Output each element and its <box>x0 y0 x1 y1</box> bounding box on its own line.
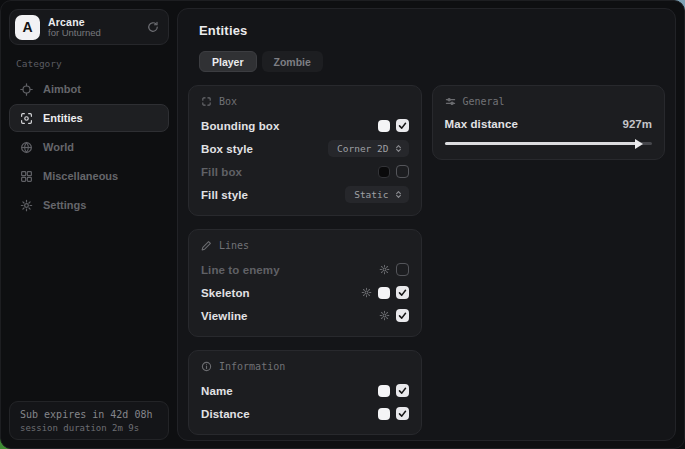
check-icon <box>398 311 407 320</box>
sidebar-item-label: Aimbot <box>43 83 81 95</box>
category-label: Category <box>16 58 169 69</box>
pencil-icon <box>201 240 212 251</box>
box-panel: Box Bounding box B <box>188 85 422 216</box>
sidebar-item-miscellaneous[interactable]: Miscellaneous <box>9 162 169 190</box>
setting-row-max-distance: Max distance 927m <box>445 115 653 133</box>
main-panel: Entities Player Zombie <box>177 8 676 441</box>
color-swatch[interactable] <box>378 408 390 420</box>
max-distance-slider-fill <box>445 142 637 145</box>
slider-handle[interactable] <box>635 139 643 149</box>
tab-bar: Player Zombie <box>199 51 665 72</box>
brand-text: Arcane for Unturned <box>48 16 139 39</box>
setting-row-distance: Distance <box>201 403 409 424</box>
max-distance-slider[interactable] <box>445 137 653 149</box>
brand-card: A Arcane for Unturned <box>9 9 169 45</box>
color-swatch[interactable] <box>378 385 390 397</box>
sidebar-item-label: Entities <box>43 112 83 124</box>
setting-row-line-to-enemy: Line to enemy <box>201 259 409 280</box>
sidebar-item-settings[interactable]: Settings <box>9 191 169 219</box>
max-distance-value: 927m <box>623 118 652 130</box>
unfold-icon <box>394 144 403 153</box>
check-icon <box>398 409 407 418</box>
checkbox-distance[interactable] <box>396 407 409 420</box>
setting-row-skeleton: Skeleton <box>201 282 409 303</box>
fill-style-dropdown[interactable]: Static <box>345 186 408 203</box>
sidebar-item-entities[interactable]: Entities <box>9 104 169 132</box>
sliders-icon <box>445 96 456 107</box>
setting-row-name: Name <box>201 380 409 401</box>
general-panel-title: General <box>463 96 505 107</box>
sidebar-item-label: Miscellaneous <box>43 170 118 182</box>
checkbox-line-to-enemy[interactable] <box>396 263 409 276</box>
box-corners-icon <box>201 96 212 107</box>
globe-icon <box>20 141 33 154</box>
row-settings-gear-icon[interactable] <box>379 310 390 321</box>
row-settings-gear-icon[interactable] <box>361 287 372 298</box>
checkbox-fill-box[interactable] <box>396 165 409 178</box>
subscription-expiry: Sub expires in 42d 08h <box>20 409 158 420</box>
information-panel-title: Information <box>219 361 285 372</box>
general-panel: General Max distance 927m <box>432 85 666 160</box>
brand-subtitle: for Unturned <box>48 28 139 39</box>
grid-icon <box>20 170 33 183</box>
setting-row-box-style: Box style Corner 2D <box>201 138 409 159</box>
entities-icon <box>20 112 33 125</box>
information-panel-header: Information <box>201 361 409 372</box>
info-icon <box>201 361 212 372</box>
check-icon <box>398 386 407 395</box>
checkbox-name[interactable] <box>396 384 409 397</box>
general-panel-header: General <box>445 96 653 107</box>
unfold-icon <box>394 190 403 199</box>
sync-icon[interactable] <box>147 21 159 33</box>
gear-icon <box>20 199 33 212</box>
tab-zombie[interactable]: Zombie <box>262 51 323 72</box>
subscription-card: Sub expires in 42d 08h session duration … <box>9 401 169 440</box>
window-background: A Arcane for Unturned Category <box>0 0 685 449</box>
app-window: A Arcane for Unturned Category <box>0 0 685 449</box>
checkbox-skeleton[interactable] <box>396 286 409 299</box>
row-settings-gear-icon[interactable] <box>379 264 390 275</box>
sidebar-item-label: Settings <box>43 199 86 211</box>
box-panel-header: Box <box>201 96 409 107</box>
checkbox-viewline[interactable] <box>396 309 409 322</box>
check-icon <box>398 288 407 297</box>
lines-panel-title: Lines <box>219 240 249 251</box>
setting-row-bounding-box: Bounding box <box>201 115 409 136</box>
session-duration: session duration 2m 9s <box>20 423 158 433</box>
box-style-dropdown[interactable]: Corner 2D <box>328 140 408 157</box>
checkbox-bounding-box[interactable] <box>396 119 409 132</box>
brand-name: Arcane <box>48 16 139 28</box>
lines-panel: Lines Line to enemy <box>188 229 422 337</box>
sidebar-item-aimbot[interactable]: Aimbot <box>9 75 169 103</box>
crosshair-icon <box>20 83 33 96</box>
setting-row-fill-box: Fill box <box>201 161 409 182</box>
page-title: Entities <box>199 23 665 38</box>
color-swatch[interactable] <box>378 287 390 299</box>
lines-panel-header: Lines <box>201 240 409 251</box>
information-panel: Information Name D <box>188 350 422 435</box>
check-icon <box>398 121 407 130</box>
color-swatch[interactable] <box>378 166 390 178</box>
sidebar: A Arcane for Unturned Category <box>1 1 177 448</box>
tab-player[interactable]: Player <box>199 51 257 72</box>
color-swatch[interactable] <box>378 120 390 132</box>
setting-row-viewline: Viewline <box>201 305 409 326</box>
setting-row-fill-style: Fill style Static <box>201 184 409 205</box>
box-panel-title: Box <box>219 96 237 107</box>
sidebar-item-world[interactable]: World <box>9 133 169 161</box>
brand-logo: A <box>15 15 40 40</box>
sidebar-item-label: World <box>43 141 74 153</box>
